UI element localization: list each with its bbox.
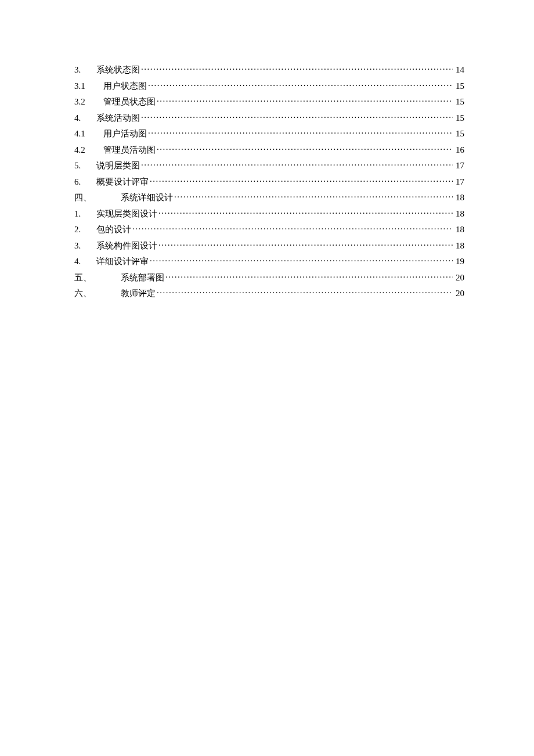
toc-entry: 4.系统活动图15 [74, 112, 464, 123]
toc-leader-dots [157, 144, 453, 153]
toc-entry-number: 六、 [74, 288, 96, 298]
toc-entry-title: 用户活动图 [103, 128, 147, 139]
toc-entry-page: 18 [454, 192, 464, 203]
toc-entry-title: 系统活动图 [96, 113, 140, 123]
toc-entry-number: 3.1 [74, 81, 96, 91]
toc-entry: 六、教师评定20 [74, 287, 464, 298]
toc-entry: 5.说明层类图17 [74, 160, 464, 171]
toc-entry-page: 18 [454, 240, 464, 251]
toc-entry-title: 包的设计 [96, 224, 131, 235]
toc-entry-title: 系统详细设计 [121, 192, 173, 203]
toc-entry-page: 20 [454, 272, 464, 283]
toc-entry-number: 1. [74, 208, 96, 219]
toc-entry-page: 15 [454, 81, 464, 91]
toc-entry-number: 4. [74, 113, 96, 123]
toc-leader-dots [165, 272, 453, 280]
toc-entry-number: 3. [74, 240, 96, 251]
toc-leader-dots [150, 255, 453, 264]
toc-entry-page: 15 [454, 96, 464, 107]
toc-entry-number: 3. [74, 64, 96, 75]
toc-entry: 4.详细设计评审19 [74, 255, 464, 267]
toc-entry: 2.包的设计18 [74, 224, 464, 235]
toc-leader-dots [141, 64, 453, 73]
toc-entry: 3.系统状态图14 [74, 64, 464, 75]
toc-entry-page: 14 [454, 64, 464, 75]
toc-entry-title: 概要设计评审 [96, 177, 149, 187]
toc-leader-dots [141, 112, 453, 121]
toc-leader-dots [132, 224, 453, 232]
toc-leader-dots [157, 96, 453, 105]
toc-entry-page: 18 [454, 224, 464, 235]
toc-entry-title: 系统状态图 [96, 64, 140, 75]
toc-entry: 3.1用户状态图15 [74, 80, 464, 91]
toc-entry-title: 教师评定 [121, 288, 156, 298]
toc-entry-page: 15 [454, 113, 464, 123]
toc-entry-number: 4.2 [74, 145, 96, 155]
toc-entry-title: 管理员活动图 [103, 145, 156, 155]
toc-entry-page: 17 [454, 160, 464, 171]
toc-entry-number: 2. [74, 224, 96, 235]
toc-entry-title: 用户状态图 [103, 81, 147, 91]
toc-entry-page: 15 [454, 128, 464, 139]
table-of-contents: 3.系统状态图143.1用户状态图153.2管理员状态图154.系统活动图154… [74, 64, 464, 298]
toc-entry: 1.实现层类图设计18 [74, 208, 464, 219]
toc-entry: 3.系统构件图设计18 [74, 240, 464, 251]
toc-entry-page: 18 [454, 208, 464, 219]
toc-entry-number: 五、 [74, 272, 96, 283]
toc-leader-dots [158, 208, 453, 217]
toc-entry: 3.2管理员状态图15 [74, 96, 464, 107]
toc-entry: 五、系统部署图20 [74, 272, 464, 283]
toc-entry-page: 19 [454, 256, 464, 267]
toc-entry-number: 4. [74, 256, 96, 267]
toc-entry-title: 详细设计评审 [96, 256, 149, 267]
toc-entry-number: 6. [74, 177, 96, 187]
toc-leader-dots [141, 160, 453, 168]
toc-entry-title: 系统构件图设计 [96, 240, 157, 251]
toc-entry-title: 管理员状态图 [103, 96, 156, 107]
toc-entry: 4.1用户活动图15 [74, 128, 464, 139]
toc-leader-dots [157, 287, 453, 296]
toc-entry-number: 4.1 [74, 128, 96, 139]
toc-entry: 4.2管理员活动图16 [74, 144, 464, 155]
toc-entry-page: 17 [454, 177, 464, 187]
toc-leader-dots [148, 128, 453, 136]
toc-entry-number: 3.2 [74, 96, 96, 107]
toc-entry-title: 系统部署图 [121, 272, 164, 283]
toc-entry-page: 20 [454, 288, 464, 298]
toc-entry: 四、系统详细设计18 [74, 192, 464, 203]
toc-leader-dots [150, 176, 453, 185]
toc-entry-title: 实现层类图设计 [96, 208, 157, 219]
toc-entry-number: 5. [74, 160, 96, 171]
toc-leader-dots [174, 192, 453, 200]
toc-entry: 6.概要设计评审17 [74, 176, 464, 187]
toc-leader-dots [148, 80, 453, 89]
toc-entry-number: 四、 [74, 192, 96, 203]
toc-entry-title: 说明层类图 [96, 160, 140, 171]
toc-entry-page: 16 [454, 145, 464, 155]
toc-leader-dots [158, 240, 453, 249]
